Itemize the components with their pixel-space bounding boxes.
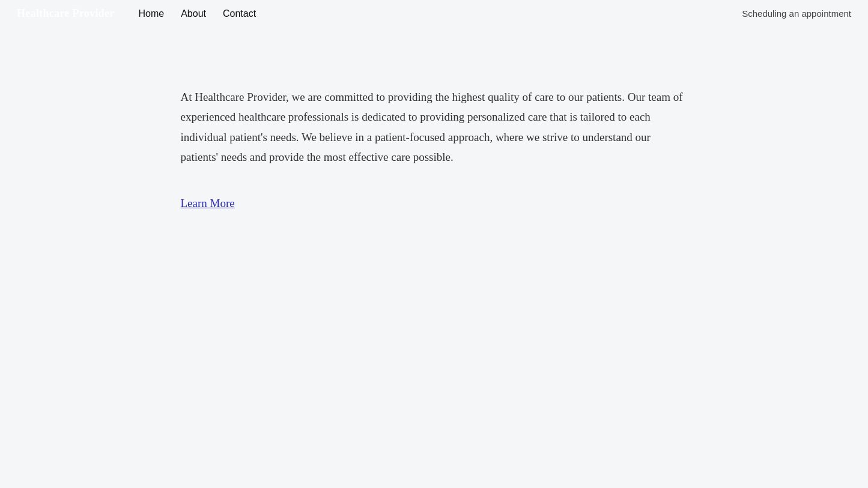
nav-item-about[interactable]: About (181, 8, 206, 19)
nav-links: Home About Contact (139, 8, 256, 19)
nav-link-home[interactable]: Home (139, 8, 165, 19)
description-text: At Healthcare Provider, we are committed… (181, 87, 688, 167)
nav-link-about[interactable]: About (181, 8, 206, 19)
main-content: At Healthcare Provider, we are committed… (164, 87, 705, 210)
nav-item-contact[interactable]: Contact (223, 8, 256, 19)
nav-brand[interactable]: Healthcare Provider (17, 7, 115, 20)
learn-more-link[interactable]: Learn More (181, 197, 235, 210)
nav-right-text: Scheduling an appointment (742, 8, 851, 19)
nav-item-home[interactable]: Home (139, 8, 165, 19)
navbar: Healthcare Provider Home About Contact S… (0, 0, 868, 27)
nav-link-contact[interactable]: Contact (223, 8, 256, 19)
